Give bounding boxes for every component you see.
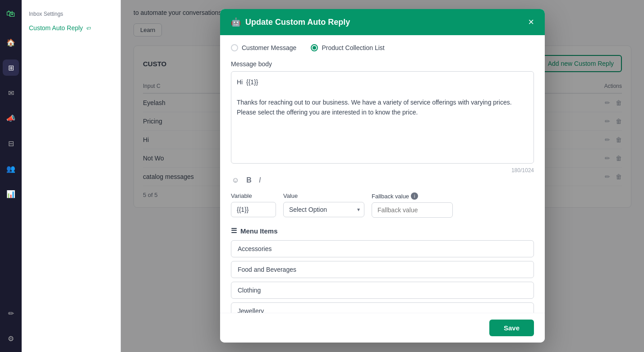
message-body-textarea[interactable]: Hi {{1}} Thanks for reaching out to our … <box>231 71 534 164</box>
modal-close-button[interactable]: × <box>528 17 534 27</box>
list-item: Jewellery <box>231 302 534 313</box>
radio-label-customer: Customer Message <box>242 44 296 51</box>
modal-overlay: 🤖 Update Custom Auto Reply × Customer Me… <box>121 0 644 352</box>
italic-button[interactable]: I <box>258 175 262 185</box>
menu-list-icon: ☰ <box>231 227 237 235</box>
emoji-button[interactable]: ☺ <box>231 175 240 185</box>
variable-label: Variable <box>231 192 276 199</box>
modal-title: Update Custom Auto Reply <box>245 18 350 27</box>
radio-circle-product <box>311 44 318 51</box>
list-item: Clothing <box>231 282 534 299</box>
sidebar-icon-grid[interactable]: ⊞ <box>3 59 19 76</box>
value-select[interactable]: Select Option <box>283 202 364 217</box>
char-count-display: 180/1024 <box>231 167 534 174</box>
sidebar-icon-megaphone[interactable]: 📣 <box>3 110 19 126</box>
fallback-col: Fallback value i <box>372 192 453 218</box>
sidebar-icon-contacts[interactable]: 👥 <box>3 160 19 177</box>
variable-col: Variable <box>231 192 276 217</box>
radio-label-product: Product Collection List <box>322 44 384 51</box>
sidebar-icons-panel: 🛍 🏠 ⊞ ✉ 📣 ⊟ 👥 📊 ✏ ⚙ <box>0 0 22 352</box>
update-custom-reply-modal: 🤖 Update Custom Auto Reply × Customer Me… <box>220 9 545 343</box>
sidebar-item-custom-auto-reply[interactable]: Custom Auto Reply 🏷 <box>22 21 120 35</box>
list-item: Accessories <box>231 240 534 257</box>
bold-button[interactable]: B <box>245 175 253 185</box>
modal-footer: Save <box>220 313 545 343</box>
sidebar-icon-table[interactable]: ⊟ <box>3 135 19 151</box>
sidebar-icon-compose[interactable]: ✏ <box>3 305 19 321</box>
menu-items-header: ☰ Menu Items <box>231 227 534 235</box>
modal-title-row: 🤖 Update Custom Auto Reply <box>231 17 350 27</box>
variable-input[interactable] <box>231 202 276 217</box>
main-content-area: to automate your conversations. This hel… <box>121 0 644 352</box>
fallback-input[interactable] <box>372 202 453 218</box>
radio-options-row: Customer Message Product Collection List <box>231 44 534 51</box>
value-select-wrapper: Select Option ▾ <box>283 202 364 217</box>
fallback-info-icon: i <box>411 192 418 200</box>
toolbar-row: ☺ B I <box>231 175 534 185</box>
nav-item-label: Custom Auto Reply <box>29 24 83 32</box>
message-body-label: Message body <box>231 60 534 68</box>
app-logo: 🛍 <box>3 5 19 22</box>
sidebar-icon-settings[interactable]: ⚙ <box>3 330 19 347</box>
modal-header: 🤖 Update Custom Auto Reply × <box>220 9 545 35</box>
sidebar-icon-inbox[interactable]: ✉ <box>3 85 19 101</box>
radio-circle-customer <box>231 44 238 51</box>
variable-row: Variable Value Select Option ▾ <box>231 192 534 218</box>
menu-items-label: Menu Items <box>240 227 278 235</box>
sidebar-icon-chart[interactable]: 📊 <box>3 186 19 202</box>
sidebar-icon-home[interactable]: 🏠 <box>3 34 19 50</box>
value-col: Value Select Option ▾ <box>283 192 364 217</box>
radio-customer-message[interactable]: Customer Message <box>231 44 296 51</box>
value-label: Value <box>283 192 364 199</box>
modal-body: Customer Message Product Collection List… <box>220 35 545 313</box>
fallback-label: Fallback value i <box>372 192 453 200</box>
list-item: Food and Beverages <box>231 261 534 278</box>
radio-product-collection[interactable]: Product Collection List <box>311 44 384 51</box>
left-navigation: Inbox Settings Custom Auto Reply 🏷 <box>22 0 121 352</box>
modal-icon: 🤖 <box>231 17 241 27</box>
save-button[interactable]: Save <box>489 320 534 336</box>
nav-item-badge: 🏷 <box>87 26 91 31</box>
nav-section-title: Inbox Settings <box>22 7 120 21</box>
